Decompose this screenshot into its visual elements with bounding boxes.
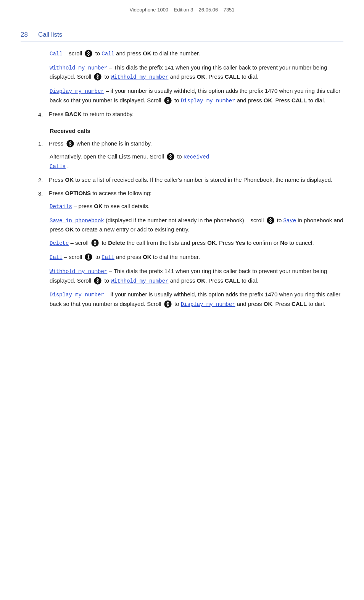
- rc-step-1: 1. Press when the phone is in standby.: [38, 139, 343, 148]
- svg-point-35: [97, 280, 98, 281]
- call-link-2b: Call: [101, 254, 114, 260]
- rc-step-3-number: 3.: [38, 189, 49, 198]
- withhold-option-1: Withhold my number – This dials the pref…: [38, 63, 343, 82]
- chapter-number: 28: [21, 31, 31, 39]
- svg-point-27: [94, 242, 96, 244]
- display-link-1b: Display my number: [181, 98, 235, 104]
- withhold-link-2: Withhold my number: [50, 268, 107, 275]
- call-link-1b: Call: [101, 51, 114, 57]
- rc-step-2-number: 2.: [38, 175, 49, 184]
- scroll-icon-7: [91, 239, 99, 247]
- save-phonebook-link: Save in phonebook: [50, 218, 104, 224]
- chapter-title: Call lists: [38, 31, 62, 39]
- svg-point-11: [167, 100, 169, 101]
- scroll-icon-8: [84, 253, 93, 261]
- details-option: Details – press OK to see call details.: [38, 202, 343, 211]
- call-option-2: Call – scroll to Call and press OK to di…: [38, 252, 343, 262]
- scroll-icon-3: [164, 96, 172, 105]
- scroll-icon-4: [66, 139, 74, 148]
- scroll-icon-2: [93, 73, 102, 81]
- withhold-link-1: Withhold my number: [50, 65, 107, 71]
- display-option-1: Display my number – if your number is us…: [38, 86, 343, 105]
- display-link-1: Display my number: [50, 88, 104, 94]
- svg-point-3: [88, 53, 89, 54]
- rc-step-2: 2. Press OK to see a list of received ca…: [38, 175, 343, 184]
- withhold-link-1b: Withhold my number: [111, 74, 168, 80]
- scroll-icon-1: [84, 49, 93, 58]
- rc-step-1-alt: Alternatively, open the Call Lists menu.…: [38, 152, 343, 171]
- display-option-2: Display my number – if your number is us…: [38, 290, 343, 309]
- svg-point-23: [270, 219, 271, 221]
- scroll-icon-9: [93, 277, 102, 285]
- display-link-2: Display my number: [50, 292, 104, 298]
- call-link-2: Call: [50, 254, 63, 260]
- step-4-number: 4.: [38, 110, 49, 119]
- save-link: Save: [283, 218, 296, 224]
- chapter-divider: [21, 42, 343, 42]
- svg-point-31: [88, 256, 89, 258]
- scroll-icon-10: [164, 300, 172, 308]
- display-link-2b: Display my number: [181, 301, 235, 307]
- delete-link: Delete: [50, 240, 69, 246]
- svg-point-15: [69, 143, 71, 144]
- call-link-1: Call: [50, 51, 63, 57]
- details-link: Details: [50, 204, 72, 210]
- withhold-option-2: Withhold my number – This dials the pref…: [38, 267, 343, 285]
- svg-point-7: [97, 76, 98, 78]
- rc-step-1-number: 1.: [38, 139, 49, 148]
- scroll-icon-6: [266, 216, 275, 225]
- delete-option: Delete – scroll to Delete the call from …: [38, 238, 343, 248]
- scroll-icon-5: [166, 152, 175, 161]
- received-calls-heading: Received calls: [50, 128, 343, 134]
- withhold-link-2b: Withhold my number: [111, 278, 168, 284]
- page-header: Videophone 1000 – Edition 3 – 26.05.06 –…: [0, 0, 364, 16]
- rc-step-3: 3. Press OPTIONS to access the following…: [38, 189, 343, 198]
- save-phonebook-option: Save in phonebook (displayed if the numb…: [38, 216, 343, 234]
- call-option-1: Call – scroll to Call and press OK to di…: [38, 49, 343, 58]
- svg-point-19: [170, 156, 171, 157]
- svg-point-39: [167, 303, 169, 305]
- step-4: 4. Press BACK to return to standby.: [38, 110, 343, 119]
